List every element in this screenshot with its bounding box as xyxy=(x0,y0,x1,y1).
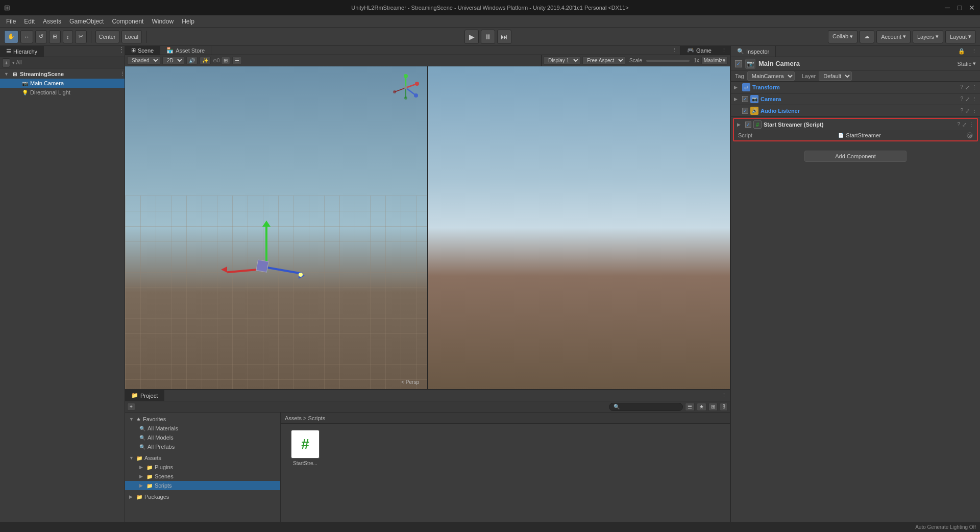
layers-btn[interactable]: Layers ▾ xyxy=(913,30,943,43)
tab-inspector[interactable]: 🔍 Inspector xyxy=(731,46,776,57)
scale-slider[interactable] xyxy=(646,60,690,62)
tag-select[interactable]: MainCamera xyxy=(747,71,795,81)
menu-edit[interactable]: Edit xyxy=(20,17,39,26)
script-expand2-icon[interactable]: ⤢ xyxy=(962,122,967,128)
asset-start-streamer[interactable]: # StartStre... xyxy=(285,428,326,468)
camera-active-cb[interactable]: ✓ xyxy=(742,96,748,102)
tab-game[interactable]: 🎮 Game xyxy=(681,46,718,55)
project-add-btn[interactable]: + xyxy=(127,403,135,410)
audio-expand2-icon[interactable]: ⤢ xyxy=(965,108,970,114)
project-search-input[interactable] xyxy=(609,403,683,411)
project-filter-btn[interactable]: ⊞ xyxy=(708,403,718,411)
play-btn[interactable]: ▶ xyxy=(464,30,479,44)
pause-btn[interactable]: ⏸ xyxy=(481,30,495,44)
tool-hand[interactable]: ✋ xyxy=(4,30,18,43)
tab-hierarchy[interactable]: ☰ Hierarchy xyxy=(0,46,44,57)
camera-expand2-icon[interactable]: ⤢ xyxy=(965,96,970,103)
project-tree: ▼ ★ Favorites 🔍 All Materials 🔍 All Mode… xyxy=(125,413,281,532)
camera-settings-icon[interactable]: ⋮ xyxy=(972,96,977,103)
gizmos-btn[interactable]: ⊞ xyxy=(221,57,230,64)
script-expand-icon: ▶ xyxy=(737,122,743,127)
hierarchy-add-btn[interactable]: + xyxy=(2,58,10,67)
inspector-panel-pin[interactable]: 🔒 xyxy=(955,46,968,57)
step-btn[interactable]: ⏭ xyxy=(497,30,511,44)
layer-select[interactable]: Default xyxy=(819,71,852,81)
object-active-checkbox[interactable]: ✓ xyxy=(735,60,742,67)
hierarchy-content[interactable]: ▼ ⊞ StreamingScene ⋮ 📷 Main Camera 💡 Dir… xyxy=(0,68,125,532)
scene-effects-btn[interactable]: ✨ xyxy=(200,57,211,64)
tree-all-materials[interactable]: 🔍 All Materials xyxy=(125,424,280,433)
tab-project[interactable]: 📁 Project xyxy=(125,390,164,401)
project-tree-btn[interactable]: ☰ xyxy=(685,403,695,411)
hierarchy-scene-root[interactable]: ▼ ⊞ StreamingScene ⋮ xyxy=(0,69,125,79)
minimize-btn[interactable]: ─ xyxy=(943,4,951,12)
static-dropdown-icon[interactable]: ▾ xyxy=(973,60,976,67)
tree-all-models[interactable]: 🔍 All Models xyxy=(125,433,280,442)
tool-rect[interactable]: ↕ xyxy=(63,30,73,43)
tool-rotate[interactable]: ↺ xyxy=(35,30,47,43)
tool-move[interactable]: ↔ xyxy=(20,30,33,43)
component-camera-header[interactable]: ▶ ✓ 📷 Camera ? ⤢ ⋮ xyxy=(731,93,980,105)
maximize-btn[interactable]: Maximize xyxy=(701,57,728,64)
close-btn[interactable]: ✕ xyxy=(968,4,976,12)
tool-scale[interactable]: ⊞ xyxy=(49,30,61,43)
script-active-cb[interactable]: ✓ xyxy=(745,122,751,128)
menu-gameobject[interactable]: GameObject xyxy=(65,17,108,26)
tree-all-prefabs[interactable]: 🔍 All Prefabs xyxy=(125,442,280,451)
audio-active-cb[interactable]: ✓ xyxy=(742,108,748,114)
inspector-panel-options[interactable]: ⋮ xyxy=(968,46,980,57)
add-component-btn[interactable]: Add Component xyxy=(804,151,906,162)
scene-panel-options[interactable]: ⋮ xyxy=(669,46,680,55)
component-audio-header[interactable]: ✓ 🔊 Audio Listener ? ⤢ ⋮ xyxy=(731,105,980,116)
audio-settings-icon[interactable]: ⋮ xyxy=(972,108,977,114)
tree-scripts[interactable]: ▶ 📁 Scripts xyxy=(125,481,280,490)
game-panel-options[interactable]: ⋮ xyxy=(718,46,730,55)
camera-help-icon[interactable]: ? xyxy=(960,96,963,103)
hierarchy-item-directional-light[interactable]: 💡 Directional Light xyxy=(0,88,125,97)
tab-asset-store[interactable]: 🏪 Asset Store xyxy=(160,46,211,55)
maximize-btn[interactable]: □ xyxy=(955,4,964,12)
tree-assets[interactable]: ▼ 📁 Assets xyxy=(125,453,280,463)
aspect-select[interactable]: Free Aspect xyxy=(582,56,625,65)
dimension-select[interactable]: 2D xyxy=(162,56,184,65)
project-favorite-btn[interactable]: ★ xyxy=(697,403,706,411)
scene-layers-btn[interactable]: ☰ xyxy=(232,57,242,64)
script-target-icon[interactable]: ◎ xyxy=(967,132,973,138)
local-btn[interactable]: Local xyxy=(121,30,142,43)
menu-window[interactable]: Window xyxy=(148,17,178,26)
scene-options-icon[interactable]: ⋮ xyxy=(120,71,125,77)
collab-btn[interactable]: Collab ▾ xyxy=(828,30,857,43)
tab-scene[interactable]: ⊞ Scene xyxy=(125,46,160,55)
scene-audio-btn[interactable]: 🔊 xyxy=(186,57,198,64)
project-panel-options[interactable]: ⋮ xyxy=(718,390,730,401)
transform-help-icon[interactable]: ? xyxy=(960,84,963,91)
hierarchy-icon: ☰ xyxy=(6,48,11,55)
pivot-center-btn[interactable]: Center xyxy=(95,30,119,43)
game-view[interactable] xyxy=(427,66,730,389)
hierarchy-panel-options[interactable]: ⋮ xyxy=(118,46,125,57)
display-select[interactable]: Display 1 xyxy=(544,56,580,65)
cloud-btn[interactable]: ☁ xyxy=(860,30,874,43)
component-transform-header[interactable]: ▶ ⇄ Transform ? ⤢ ⋮ xyxy=(731,82,980,93)
svg-line-8 xyxy=(395,88,406,92)
hierarchy-item-main-camera[interactable]: 📷 Main Camera xyxy=(0,79,125,88)
tree-packages[interactable]: ▶ 📁 Packages xyxy=(125,492,280,501)
tree-plugins[interactable]: ▶ 📁 Plugins xyxy=(125,463,280,472)
menu-assets[interactable]: Assets xyxy=(39,17,65,26)
audio-help-icon[interactable]: ? xyxy=(960,108,963,114)
menu-help[interactable]: Help xyxy=(178,17,199,26)
menu-component[interactable]: Component xyxy=(108,17,148,26)
shading-mode-select[interactable]: Shaded xyxy=(127,56,160,65)
script-header[interactable]: ▶ ✓ # Start Streamer (Script) ? ⤢ ⋮ xyxy=(734,119,977,130)
tree-scenes[interactable]: ▶ 📁 Scenes xyxy=(125,472,280,481)
script-settings-icon[interactable]: ⋮ xyxy=(969,122,974,128)
account-btn[interactable]: Account ▾ xyxy=(876,30,911,43)
layout-btn[interactable]: Layout ▾ xyxy=(945,30,976,43)
tree-favorites[interactable]: ▼ ★ Favorites xyxy=(125,415,280,424)
transform-expand2-icon[interactable]: ⤢ xyxy=(965,84,970,91)
menu-file[interactable]: File xyxy=(2,17,20,26)
script-help-icon[interactable]: ? xyxy=(957,122,960,128)
scene-view[interactable]: < Persp xyxy=(125,66,427,389)
tool-transform[interactable]: ✂ xyxy=(75,30,87,43)
transform-settings-icon[interactable]: ⋮ xyxy=(972,84,977,91)
